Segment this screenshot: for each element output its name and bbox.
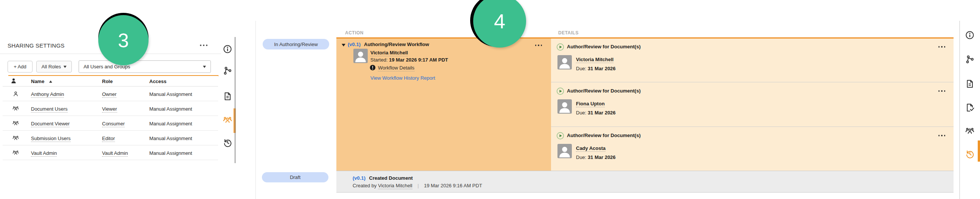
- status-badge-label: Draft: [290, 174, 301, 180]
- marker-number: 3: [98, 15, 148, 65]
- add-button[interactable]: + Add: [8, 61, 32, 73]
- ellipsis-icon: [939, 135, 940, 136]
- annotation-marker-4: 4: [473, 0, 526, 47]
- due-date: 31 Mar 2026: [588, 155, 616, 160]
- table-row[interactable]: Anthony Admin Owner Manual Assignment: [3, 87, 218, 101]
- task-actions-menu-button[interactable]: [939, 46, 946, 47]
- workflow-details-info-icon[interactable]: [370, 65, 375, 71]
- started-timestamp: 19 Mar 2026 9:17 AM PDT: [389, 57, 448, 63]
- panel-divider: [256, 21, 256, 199]
- group-icon: [13, 120, 19, 126]
- status-badge-label: In Authoring/Review: [274, 41, 318, 47]
- document-icon[interactable]: [223, 92, 232, 101]
- status-badge-in-authoring-review[interactable]: In Authoring/Review: [262, 39, 329, 49]
- member-name[interactable]: Document Users: [31, 106, 68, 112]
- group-icon: [13, 135, 19, 141]
- task-play-icon[interactable]: [556, 132, 564, 140]
- member-name[interactable]: Anthony Admin: [31, 92, 64, 98]
- created-document-event-row: (v0.1) Created Document Created by Victo…: [336, 171, 953, 193]
- task-title: Author/Review for Document(s): [567, 133, 641, 138]
- workflow-details-link[interactable]: Workflow Details: [378, 65, 415, 71]
- ellipsis-icon: [939, 90, 940, 92]
- workflow-icon[interactable]: [223, 66, 232, 75]
- member-access: Manual Assignment: [149, 136, 192, 141]
- member-role[interactable]: Viewer: [102, 106, 117, 112]
- task-card: Author/Review for Document(s) Cady Acost…: [551, 127, 953, 171]
- app-screen: SHARING SETTINGS + Add All Roles All Use…: [0, 0, 980, 199]
- workflow-owner[interactable]: Victoria Mitchell: [371, 50, 408, 56]
- table-row[interactable]: Submission Users Editor Manual Assignmen…: [3, 131, 218, 145]
- avatar: [557, 55, 572, 69]
- due-label: Due:: [576, 155, 586, 160]
- workflow-icon[interactable]: [965, 55, 974, 64]
- add-button-label: + Add: [14, 64, 27, 69]
- group-icon: [13, 150, 19, 156]
- chevron-down-icon: [203, 66, 206, 68]
- task-play-icon[interactable]: [556, 43, 564, 51]
- created-by-user[interactable]: Victoria Mitchell: [378, 183, 412, 189]
- member-access: Manual Assignment: [149, 121, 192, 126]
- task-actions-menu-button[interactable]: [939, 135, 946, 136]
- role-column-header[interactable]: Role: [102, 79, 113, 84]
- chevron-down-icon: [64, 66, 67, 68]
- member-type-column-icon: [10, 77, 17, 84]
- member-name[interactable]: Document Viewer: [31, 121, 70, 127]
- task-title: Author/Review for Document(s): [567, 88, 641, 94]
- details-column-header: DETAILS: [558, 30, 579, 35]
- workflow-history-report-link[interactable]: View Workflow History Report: [371, 75, 435, 81]
- task-assignee[interactable]: Victoria Mitchell: [576, 57, 613, 63]
- event-title: Created Document: [369, 175, 413, 181]
- due-label: Due:: [576, 110, 586, 115]
- group-icon: [13, 105, 19, 112]
- version-label[interactable]: (v0.1): [348, 41, 361, 47]
- roles-filter-button[interactable]: All Roles: [36, 61, 72, 73]
- sharing-settings-menu-button[interactable]: [196, 41, 212, 50]
- task-actions-menu-button[interactable]: [939, 90, 946, 92]
- due-label: Due:: [576, 66, 586, 71]
- avatar: [557, 100, 572, 114]
- status-badge-draft[interactable]: Draft: [262, 172, 328, 182]
- member-role[interactable]: Editor: [102, 136, 115, 142]
- workflow-actions-menu-button[interactable]: [535, 44, 542, 46]
- member-role[interactable]: Owner: [102, 92, 116, 98]
- table-row[interactable]: Document Users Viewer Manual Assignment: [3, 101, 218, 116]
- task-assignee[interactable]: Cady Acosta: [576, 145, 605, 152]
- task-card: Author/Review for Document(s) Fiona Upto…: [551, 83, 953, 127]
- document-icon[interactable]: [965, 79, 974, 88]
- task-assignee[interactable]: Fiona Upton: [576, 101, 605, 107]
- event-timestamp: 19 Mar 2026 9:16 AM PDT: [424, 183, 482, 188]
- info-icon[interactable]: [223, 44, 232, 54]
- task-play-icon[interactable]: [556, 87, 564, 95]
- avatar: [353, 49, 368, 63]
- member-access: Manual Assignment: [149, 150, 192, 156]
- member-name[interactable]: Vault Admin: [31, 150, 57, 157]
- ellipsis-icon: [535, 44, 537, 46]
- separator: |: [414, 183, 423, 188]
- history-icon[interactable]: [965, 150, 974, 159]
- workflow-tasks-column: Author/Review for Document(s) Victoria M…: [551, 38, 953, 171]
- table-row[interactable]: Document Viewer Consumer Manual Assignme…: [3, 116, 218, 131]
- member-name[interactable]: Submission Users: [31, 136, 71, 142]
- users-icon[interactable]: [223, 115, 232, 125]
- users-icon[interactable]: [965, 126, 974, 136]
- member-role[interactable]: Vault Admin: [102, 150, 128, 157]
- user-icon: [13, 91, 19, 97]
- access-column-header[interactable]: Access: [149, 79, 167, 84]
- table-row[interactable]: Vault Admin Vault Admin Manual Assignmen…: [3, 145, 218, 160]
- ellipsis-icon: [200, 44, 202, 46]
- version-label[interactable]: (v0.1): [353, 175, 366, 181]
- workflow-action-card: (v0.1) Authoring/Review Workflow Victori…: [336, 38, 551, 171]
- roles-filter-label: All Roles: [41, 64, 61, 69]
- due-date: 31 Mar 2026: [588, 110, 616, 115]
- member-role[interactable]: Consumer: [102, 121, 125, 127]
- checklist-icon[interactable]: [965, 103, 974, 112]
- history-icon[interactable]: [223, 138, 232, 147]
- info-icon[interactable]: [965, 31, 974, 39]
- collapse-caret-icon[interactable]: [342, 44, 345, 46]
- task-card: Author/Review for Document(s) Victoria M…: [551, 38, 953, 82]
- avatar: [557, 144, 572, 158]
- active-tab-indicator: [978, 141, 980, 162]
- member-access: Manual Assignment: [149, 106, 192, 112]
- workflow-title: Authoring/Review Workflow: [364, 41, 429, 47]
- name-column-header[interactable]: Name: [31, 79, 44, 84]
